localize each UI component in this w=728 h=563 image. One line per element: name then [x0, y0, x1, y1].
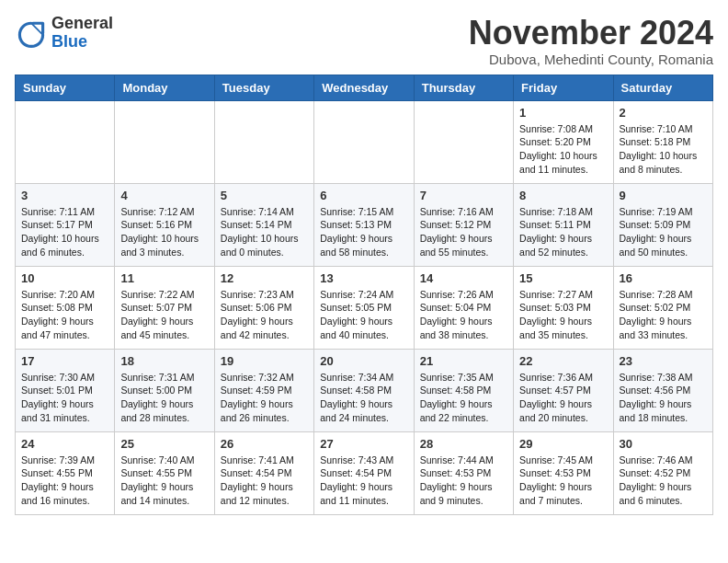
calendar-day-14: 14Sunrise: 7:26 AM Sunset: 5:04 PM Dayli…: [414, 266, 513, 349]
calendar-day-21: 21Sunrise: 7:35 AM Sunset: 4:58 PM Dayli…: [414, 349, 513, 431]
day-info: Sunrise: 7:41 AM Sunset: 4:54 PM Dayligh…: [221, 454, 308, 508]
logo-icon: [15, 17, 48, 50]
day-info: Sunrise: 7:28 AM Sunset: 5:02 PM Dayligh…: [620, 288, 707, 342]
calendar-day-27: 27Sunrise: 7:43 AM Sunset: 4:54 PM Dayli…: [314, 431, 414, 514]
day-number: 29: [519, 437, 607, 451]
day-info: Sunrise: 7:23 AM Sunset: 5:06 PM Dayligh…: [221, 288, 308, 342]
day-info: Sunrise: 7:15 AM Sunset: 5:13 PM Dayligh…: [320, 205, 407, 259]
weekday-header-monday: Monday: [115, 75, 214, 100]
day-number: 17: [21, 354, 108, 368]
day-info: Sunrise: 7:24 AM Sunset: 5:05 PM Dayligh…: [320, 288, 407, 342]
weekday-header-tuesday: Tuesday: [214, 75, 313, 100]
day-info: Sunrise: 7:12 AM Sunset: 5:16 PM Dayligh…: [120, 205, 208, 259]
day-info: Sunrise: 7:08 AM Sunset: 5:20 PM Dayligh…: [519, 122, 607, 177]
calendar-table: SundayMondayTuesdayWednesdayThursdayFrid…: [15, 75, 713, 515]
day-info: Sunrise: 7:36 AM Sunset: 4:57 PM Dayligh…: [519, 371, 607, 425]
day-number: 2: [620, 106, 707, 120]
day-number: 10: [21, 271, 108, 285]
calendar-day-20: 20Sunrise: 7:34 AM Sunset: 4:58 PM Dayli…: [314, 349, 414, 431]
weekday-header-friday: Friday: [514, 75, 613, 100]
day-info: Sunrise: 7:39 AM Sunset: 4:55 PM Dayligh…: [21, 454, 108, 508]
weekday-header-wednesday: Wednesday: [314, 75, 414, 100]
calendar-day-28: 28Sunrise: 7:44 AM Sunset: 4:53 PM Dayli…: [414, 431, 513, 514]
day-info: Sunrise: 7:35 AM Sunset: 4:58 PM Dayligh…: [420, 371, 507, 425]
logo-blue-text: Blue: [51, 32, 87, 51]
calendar-day-29: 29Sunrise: 7:45 AM Sunset: 4:53 PM Dayli…: [514, 431, 613, 514]
calendar-day-4: 4Sunrise: 7:12 AM Sunset: 5:16 PM Daylig…: [115, 183, 214, 266]
day-info: Sunrise: 7:10 AM Sunset: 5:18 PM Dayligh…: [620, 122, 707, 177]
day-number: 21: [420, 354, 507, 368]
empty-day-cell: [214, 100, 313, 183]
day-number: 11: [120, 271, 208, 285]
day-number: 16: [620, 271, 707, 285]
calendar-day-6: 6Sunrise: 7:15 AM Sunset: 5:13 PM Daylig…: [314, 183, 414, 266]
day-number: 7: [420, 189, 507, 202]
day-number: 27: [320, 437, 407, 451]
day-number: 4: [120, 189, 208, 202]
calendar-day-5: 5Sunrise: 7:14 AM Sunset: 5:14 PM Daylig…: [214, 183, 313, 266]
calendar-day-30: 30Sunrise: 7:46 AM Sunset: 4:52 PM Dayli…: [613, 431, 712, 514]
day-info: Sunrise: 7:19 AM Sunset: 5:09 PM Dayligh…: [620, 205, 707, 259]
calendar-day-16: 16Sunrise: 7:28 AM Sunset: 5:02 PM Dayli…: [613, 266, 712, 349]
day-info: Sunrise: 7:20 AM Sunset: 5:08 PM Dayligh…: [21, 288, 108, 342]
day-number: 8: [519, 189, 607, 202]
day-number: 26: [221, 437, 308, 451]
day-number: 25: [120, 437, 208, 451]
calendar-day-7: 7Sunrise: 7:16 AM Sunset: 5:12 PM Daylig…: [414, 183, 513, 266]
page-header: General Blue November 2024 Dubova, Mehed…: [15, 15, 713, 67]
location-text: Dubova, Mehedinti County, Romania: [469, 52, 713, 67]
day-info: Sunrise: 7:22 AM Sunset: 5:07 PM Dayligh…: [120, 288, 208, 342]
day-info: Sunrise: 7:14 AM Sunset: 5:14 PM Dayligh…: [221, 205, 308, 259]
calendar-day-3: 3Sunrise: 7:11 AM Sunset: 5:17 PM Daylig…: [16, 183, 115, 266]
day-number: 24: [21, 437, 108, 451]
calendar-day-24: 24Sunrise: 7:39 AM Sunset: 4:55 PM Dayli…: [16, 431, 115, 514]
calendar-day-2: 2Sunrise: 7:10 AM Sunset: 5:18 PM Daylig…: [613, 100, 712, 183]
day-number: 9: [620, 189, 707, 202]
day-number: 5: [221, 189, 308, 202]
day-number: 6: [320, 189, 407, 202]
calendar-day-23: 23Sunrise: 7:38 AM Sunset: 4:56 PM Dayli…: [613, 349, 712, 431]
day-info: Sunrise: 7:31 AM Sunset: 5:00 PM Dayligh…: [120, 371, 208, 425]
day-info: Sunrise: 7:26 AM Sunset: 5:04 PM Dayligh…: [420, 288, 507, 342]
day-number: 23: [620, 354, 707, 368]
empty-day-cell: [414, 100, 513, 183]
calendar-day-26: 26Sunrise: 7:41 AM Sunset: 4:54 PM Dayli…: [214, 431, 313, 514]
day-number: 15: [519, 271, 607, 285]
calendar-day-13: 13Sunrise: 7:24 AM Sunset: 5:05 PM Dayli…: [314, 266, 414, 349]
calendar-week-row: 3Sunrise: 7:11 AM Sunset: 5:17 PM Daylig…: [16, 183, 713, 266]
day-info: Sunrise: 7:45 AM Sunset: 4:53 PM Dayligh…: [519, 454, 607, 508]
day-number: 19: [221, 354, 308, 368]
calendar-week-row: 17Sunrise: 7:30 AM Sunset: 5:01 PM Dayli…: [16, 349, 713, 431]
day-info: Sunrise: 7:30 AM Sunset: 5:01 PM Dayligh…: [21, 371, 108, 425]
day-number: 20: [320, 354, 407, 368]
day-info: Sunrise: 7:18 AM Sunset: 5:11 PM Dayligh…: [519, 205, 607, 259]
calendar-day-12: 12Sunrise: 7:23 AM Sunset: 5:06 PM Dayli…: [214, 266, 313, 349]
calendar-day-15: 15Sunrise: 7:27 AM Sunset: 5:03 PM Dayli…: [514, 266, 613, 349]
weekday-header-saturday: Saturday: [613, 75, 712, 100]
day-number: 1: [519, 106, 607, 120]
empty-day-cell: [115, 100, 214, 183]
month-title: November 2024: [469, 15, 713, 52]
title-area: November 2024 Dubova, Mehedinti County, …: [469, 15, 713, 67]
weekday-header-sunday: Sunday: [16, 75, 115, 100]
calendar-header-row: SundayMondayTuesdayWednesdayThursdayFrid…: [16, 75, 713, 100]
calendar-day-8: 8Sunrise: 7:18 AM Sunset: 5:11 PM Daylig…: [514, 183, 613, 266]
day-info: Sunrise: 7:11 AM Sunset: 5:17 PM Dayligh…: [21, 205, 108, 259]
calendar-day-11: 11Sunrise: 7:22 AM Sunset: 5:07 PM Dayli…: [115, 266, 214, 349]
weekday-header-thursday: Thursday: [414, 75, 513, 100]
calendar-body: 1Sunrise: 7:08 AM Sunset: 5:20 PM Daylig…: [16, 100, 713, 514]
day-number: 18: [120, 354, 208, 368]
calendar-day-10: 10Sunrise: 7:20 AM Sunset: 5:08 PM Dayli…: [16, 266, 115, 349]
calendar-week-row: 24Sunrise: 7:39 AM Sunset: 4:55 PM Dayli…: [16, 431, 713, 514]
logo: General Blue: [15, 15, 113, 52]
calendar-day-19: 19Sunrise: 7:32 AM Sunset: 4:59 PM Dayli…: [214, 349, 313, 431]
calendar-day-9: 9Sunrise: 7:19 AM Sunset: 5:09 PM Daylig…: [613, 183, 712, 266]
day-number: 12: [221, 271, 308, 285]
empty-day-cell: [16, 100, 115, 183]
day-number: 22: [519, 354, 607, 368]
day-info: Sunrise: 7:34 AM Sunset: 4:58 PM Dayligh…: [320, 371, 407, 425]
day-number: 28: [420, 437, 507, 451]
day-info: Sunrise: 7:40 AM Sunset: 4:55 PM Dayligh…: [120, 454, 208, 508]
day-info: Sunrise: 7:32 AM Sunset: 4:59 PM Dayligh…: [221, 371, 308, 425]
day-info: Sunrise: 7:44 AM Sunset: 4:53 PM Dayligh…: [420, 454, 507, 508]
